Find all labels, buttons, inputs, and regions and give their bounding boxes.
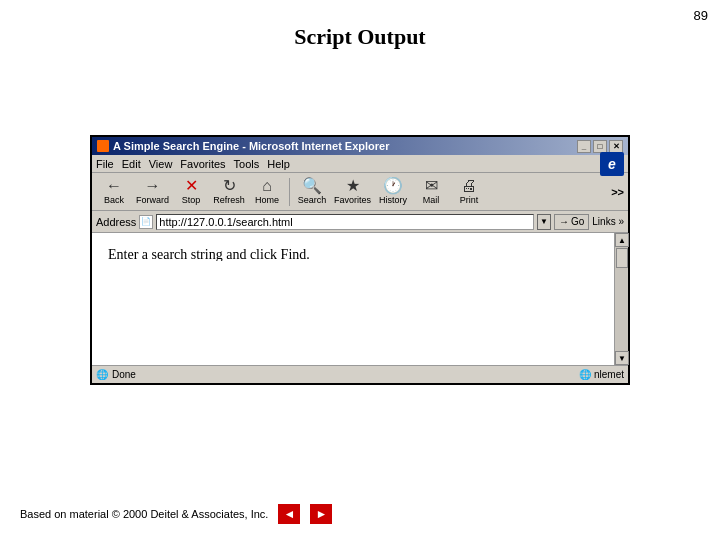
- status-bar: 🌐 Done 🌐 nlemet: [92, 365, 628, 383]
- mail-button[interactable]: ✉ Mail: [413, 175, 449, 209]
- home-label: Home: [255, 195, 279, 205]
- toolbar: ← Back → Forward ✕ Stop ↻ Refresh ⌂ Home…: [92, 173, 628, 211]
- slide-footer: Based on material © 2000 Deitel & Associ…: [20, 504, 332, 524]
- address-page-icon: 📄: [139, 215, 153, 229]
- status-right: 🌐 nlemet: [579, 369, 624, 380]
- stop-icon: ✕: [185, 178, 198, 194]
- status-zone: nlemet: [594, 369, 624, 380]
- print-button[interactable]: 🖨 Print: [451, 175, 487, 209]
- scrollbar[interactable]: ▲ ▼: [614, 233, 628, 365]
- menu-bar: File Edit View Favorites Tools Help e: [92, 155, 628, 173]
- refresh-label: Refresh: [213, 195, 245, 205]
- home-button[interactable]: ⌂ Home: [249, 175, 285, 209]
- history-icon: 🕐: [383, 178, 403, 194]
- title-bar-controls[interactable]: _ □ ✕: [577, 140, 623, 153]
- forward-button[interactable]: → Forward: [134, 175, 171, 209]
- content-heading: Enter a search string and click Find.: [108, 247, 598, 261]
- refresh-icon: ↻: [223, 178, 236, 194]
- status-text: Done: [112, 369, 575, 380]
- copyright-text: Based on material © 2000 Deitel & Associ…: [20, 508, 268, 520]
- maximize-button[interactable]: □: [593, 140, 607, 153]
- search-label: Search: [298, 195, 327, 205]
- address-bar: Address 📄 ▼ → Go Links »: [92, 211, 628, 233]
- title-bar: A Simple Search Engine - Microsoft Inter…: [92, 137, 628, 155]
- search-icon: 🔍: [302, 178, 322, 194]
- menu-tools[interactable]: Tools: [234, 158, 260, 170]
- stop-label: Stop: [182, 195, 201, 205]
- title-bar-label: A Simple Search Engine - Microsoft Inter…: [113, 140, 389, 152]
- menu-file[interactable]: File: [96, 158, 114, 170]
- minimize-button[interactable]: _: [577, 140, 591, 153]
- go-arrow-icon: →: [559, 216, 569, 227]
- go-button[interactable]: → Go: [554, 214, 589, 230]
- next-button[interactable]: ►: [310, 504, 332, 524]
- history-label: History: [379, 195, 407, 205]
- refresh-button[interactable]: ↻ Refresh: [211, 175, 247, 209]
- slide-title: Script Output: [0, 24, 720, 50]
- scroll-down-button[interactable]: ▼: [615, 351, 629, 365]
- menu-help[interactable]: Help: [267, 158, 290, 170]
- mail-label: Mail: [423, 195, 440, 205]
- scroll-thumb[interactable]: [616, 248, 628, 268]
- page-number: 89: [694, 8, 708, 23]
- address-label: Address: [96, 216, 136, 228]
- go-label: Go: [571, 216, 584, 227]
- print-label: Print: [460, 195, 479, 205]
- address-input[interactable]: [156, 214, 534, 230]
- favorites-label: Favorites: [334, 195, 371, 205]
- toolbar-more[interactable]: >>: [611, 186, 624, 198]
- address-dropdown[interactable]: ▼: [537, 214, 551, 230]
- menu-view[interactable]: View: [149, 158, 173, 170]
- browser-icon: [97, 140, 109, 152]
- content-area: Enter a search string and click Find. Fi…: [92, 233, 614, 261]
- toolbar-separator: [289, 178, 290, 206]
- favorites-icon: ★: [346, 178, 360, 194]
- links-button[interactable]: Links »: [592, 216, 624, 227]
- search-button[interactable]: 🔍 Search: [294, 175, 330, 209]
- mail-icon: ✉: [425, 178, 438, 194]
- print-icon: 🖨: [461, 178, 477, 194]
- stop-button[interactable]: ✕ Stop: [173, 175, 209, 209]
- status-icon: 🌐: [96, 369, 108, 380]
- close-button[interactable]: ✕: [609, 140, 623, 153]
- status-globe-icon: 🌐: [579, 369, 591, 380]
- title-bar-left: A Simple Search Engine - Microsoft Inter…: [97, 140, 389, 152]
- back-label: Back: [104, 195, 124, 205]
- scroll-up-button[interactable]: ▲: [615, 233, 629, 247]
- prev-button[interactable]: ◄: [278, 504, 300, 524]
- menu-edit[interactable]: Edit: [122, 158, 141, 170]
- favorites-button[interactable]: ★ Favorites: [332, 175, 373, 209]
- home-icon: ⌂: [262, 178, 272, 194]
- browser-window: A Simple Search Engine - Microsoft Inter…: [90, 135, 630, 385]
- forward-icon: →: [145, 178, 161, 194]
- menu-favorites[interactable]: Favorites: [180, 158, 225, 170]
- history-button[interactable]: 🕐 History: [375, 175, 411, 209]
- back-icon: ←: [106, 178, 122, 194]
- scroll-track: [615, 247, 628, 351]
- forward-label: Forward: [136, 195, 169, 205]
- back-button[interactable]: ← Back: [96, 175, 132, 209]
- ie-logo: e: [600, 152, 624, 176]
